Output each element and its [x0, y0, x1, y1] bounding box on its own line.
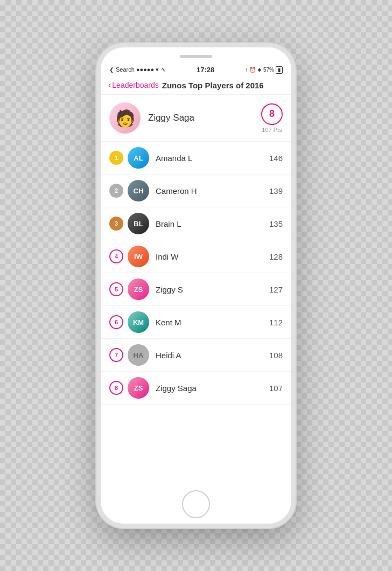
current-user-avatar-face: 🧑	[115, 109, 135, 128]
list-item: 4IWIndi W128	[101, 240, 291, 273]
list-item: 2CHCameron H139	[101, 175, 291, 207]
rank-circle: 3	[109, 217, 123, 231]
list-item: 8ZSZiggy Saga107	[101, 372, 291, 405]
rank-circle: 6	[109, 315, 123, 329]
nav-bar: ‹ Leaderboards Zunos Top Players of 2016	[101, 76, 291, 95]
leaderboard-list: 1ALAmanda L1462CHCameron H1393BLBrain L1…	[101, 142, 291, 405]
back-indicator: ❮	[109, 67, 114, 73]
status-right: ↑ ⏰ ✱ 57% ▮	[245, 66, 283, 74]
player-avatar: CH	[128, 180, 149, 201]
player-avatar: BL	[128, 213, 149, 234]
rank-circle: 1	[109, 151, 123, 165]
list-item: 7HAHeidi A108	[101, 339, 291, 372]
current-user-name: Ziggy Saga	[148, 113, 257, 123]
rank-circle: 8	[109, 381, 123, 395]
player-score: 112	[269, 318, 283, 327]
list-item: 6KMKent M112	[101, 306, 291, 339]
content-area: 🧑 Ziggy Saga 8 107 Pts 1ALAmanda L1462CH…	[101, 95, 291, 485]
rank-circle: 4	[109, 249, 123, 263]
phone-frame: ❮ Search ●●●●● ▾ ∿ 17:28 ↑ ⏰ ✱ 57% ▮ ‹ L…	[96, 43, 296, 528]
player-name: Brain L	[156, 219, 269, 228]
player-name: Kent M	[156, 318, 269, 327]
player-avatar: ZS	[128, 377, 149, 399]
current-user-row: 🧑 Ziggy Saga 8 107 Pts	[101, 95, 291, 142]
player-score: 107	[269, 384, 283, 393]
back-button[interactable]: ‹ Leaderboards	[108, 80, 159, 90]
home-button[interactable]	[182, 490, 210, 518]
battery-percent: 57%	[263, 67, 274, 73]
player-name: Amanda L	[156, 154, 269, 163]
current-user-rank-section: 8 107 Pts	[261, 103, 283, 133]
player-avatar: IW	[128, 246, 149, 267]
chevron-left-icon: ‹	[108, 80, 111, 90]
player-score: 108	[269, 351, 283, 360]
player-score: 146	[269, 154, 283, 163]
status-bar: ❮ Search ●●●●● ▾ ∿ 17:28 ↑ ⏰ ✱ 57% ▮	[101, 64, 291, 76]
current-user-pts: 107 Pts	[261, 127, 283, 133]
player-score: 127	[269, 285, 283, 294]
alarm-icon: ⏰	[249, 67, 256, 73]
current-user-avatar: 🧑	[109, 102, 141, 134]
bluetooth-icon: ✱	[257, 67, 262, 73]
rank-circle: 2	[109, 184, 123, 198]
player-name: Heidi A	[156, 351, 269, 360]
current-user-rank-badge: 8	[261, 103, 283, 125]
player-score: 135	[269, 219, 283, 228]
status-left: ❮ Search ●●●●● ▾ ∿	[109, 66, 166, 73]
page-title: Zunos Top Players of 2016	[162, 81, 264, 90]
player-score: 128	[269, 252, 283, 261]
player-name: Indi W	[156, 252, 269, 261]
rank-circle: 5	[109, 282, 123, 296]
phone-screen: ❮ Search ●●●●● ▾ ∿ 17:28 ↑ ⏰ ✱ 57% ▮ ‹ L…	[101, 64, 291, 485]
player-avatar: HA	[128, 344, 149, 366]
phone-speaker	[180, 55, 212, 58]
player-name: Ziggy Saga	[156, 384, 269, 393]
list-item: 3BLBrain L135	[101, 207, 291, 240]
rank-circle: 7	[109, 348, 123, 362]
player-avatar: KM	[128, 311, 149, 333]
list-item: 1ALAmanda L146	[101, 142, 291, 175]
player-avatar: ZS	[128, 278, 149, 300]
battery-icon: ▮	[276, 66, 283, 74]
signal-icon: ↑	[245, 67, 248, 73]
player-avatar: AL	[128, 147, 149, 169]
list-item: 5ZSZiggy S127	[101, 273, 291, 306]
player-name: Cameron H	[156, 186, 269, 196]
back-label: Leaderboards	[112, 81, 158, 89]
status-time: 17:28	[197, 66, 214, 74]
player-score: 139	[269, 186, 283, 196]
wifi-icon: ∿	[161, 66, 166, 73]
player-name: Ziggy S	[156, 285, 269, 294]
status-network: Search ●●●●● ▾	[116, 66, 159, 73]
